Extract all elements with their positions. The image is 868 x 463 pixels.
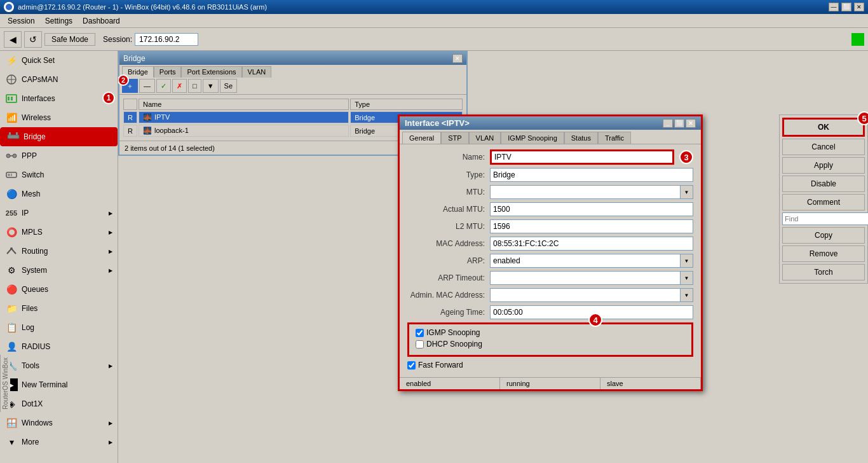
- ageing-time-label: Ageing Time:: [407, 308, 490, 317]
- sidebar-item-bridge[interactable]: Bridge: [0, 127, 118, 146]
- windows-icon: 🪟: [5, 417, 18, 429]
- tab-general[interactable]: General: [402, 132, 441, 144]
- dialog-minimize[interactable]: _: [663, 119, 673, 128]
- cancel-button[interactable]: Cancel: [782, 139, 865, 155]
- log-icon: 📋: [5, 321, 18, 334]
- admin-mac-input-group: ▼: [490, 288, 693, 302]
- sidebar-item-more[interactable]: ▾ More: [0, 432, 118, 452]
- settings-bridge-button[interactable]: Se: [220, 79, 237, 93]
- col-flag: [123, 99, 137, 110]
- copy-bridge-button[interactable]: □: [188, 79, 201, 93]
- dialog-close[interactable]: ✕: [686, 119, 696, 128]
- arp-dropdown-button[interactable]: ▼: [681, 254, 693, 268]
- badge-4: 4: [588, 313, 602, 327]
- sidebar-label-switch: Switch: [22, 170, 44, 179]
- bridge-tab-vlan[interactable]: VLAN: [242, 66, 272, 78]
- comment-button[interactable]: Comment: [782, 194, 865, 211]
- sidebar-item-capsman[interactable]: CAPsMAN: [0, 70, 118, 89]
- bridge-tab-ports[interactable]: Ports: [154, 66, 182, 78]
- window-controls[interactable]: — ⬜ ✕: [829, 3, 864, 11]
- filter-bridge-button[interactable]: ▼: [203, 79, 219, 93]
- mtu-input[interactable]: [490, 185, 681, 199]
- arp-input[interactable]: [490, 254, 681, 268]
- sidebar-item-new-terminal[interactable]: ▶ New Terminal: [0, 375, 118, 394]
- copy-button[interactable]: Copy: [782, 227, 865, 244]
- sidebar-item-mesh[interactable]: 🔵 Mesh: [0, 184, 118, 204]
- find-input[interactable]: [782, 212, 868, 225]
- sidebar-item-interfaces[interactable]: Interfaces 1: [0, 89, 118, 108]
- sidebar-item-radius[interactable]: 👤 RADIUS: [0, 337, 118, 356]
- sidebar-item-queues[interactable]: 🔴 Queues: [0, 280, 118, 299]
- sidebar-item-system[interactable]: ⚙ System: [0, 261, 118, 280]
- disable-bridge-button[interactable]: ✗: [172, 79, 187, 93]
- close-button[interactable]: ✕: [854, 3, 864, 11]
- sidebar-label-windows: Windows: [22, 418, 53, 427]
- sidebar-item-ppp[interactable]: PPP: [0, 146, 118, 165]
- dialog-restore[interactable]: ⬜: [674, 119, 684, 128]
- sidebar-item-windows[interactable]: 🪟 Windows: [0, 413, 118, 432]
- admin-mac-dropdown[interactable]: ▼: [681, 288, 693, 302]
- sidebar-item-ip[interactable]: 255 IP: [0, 204, 118, 223]
- menu-session[interactable]: Session: [3, 15, 40, 27]
- tab-vlan[interactable]: VLAN: [469, 132, 501, 144]
- ok-button[interactable]: OK: [782, 118, 865, 137]
- sidebar-item-dot1x[interactable]: ◈ Dot1X: [0, 394, 118, 413]
- torch-button[interactable]: Torch: [782, 264, 865, 280]
- bridge-tab-port-extensions[interactable]: Port Extensions: [181, 66, 241, 78]
- dialog-controls[interactable]: _ ⬜ ✕: [663, 119, 696, 128]
- actual-mtu-row: Actual MTU:: [407, 202, 693, 216]
- name-input[interactable]: [490, 149, 674, 165]
- fast-forward-checkbox[interactable]: [407, 361, 416, 370]
- admin-mac-input[interactable]: [490, 288, 681, 302]
- tab-traffic[interactable]: Traffic: [598, 132, 631, 144]
- wireless-icon: 📶: [5, 111, 18, 124]
- sidebar-item-routing[interactable]: Routing: [0, 242, 118, 261]
- dhcp-snooping-checkbox[interactable]: [416, 340, 424, 349]
- menu-dashboard[interactable]: Dashboard: [78, 15, 125, 27]
- sidebar-item-files[interactable]: 📁 Files: [0, 299, 118, 318]
- arp-timeout-dropdown[interactable]: ▼: [681, 271, 693, 285]
- restore-button[interactable]: ⬜: [841, 3, 851, 11]
- actual-mtu-label: Actual MTU:: [407, 205, 490, 214]
- sidebar-item-tools[interactable]: 🔧 Tools: [0, 356, 118, 375]
- tab-igmp-snooping[interactable]: IGMP Snooping: [501, 132, 564, 144]
- arp-input-group: ▼: [490, 254, 693, 268]
- enable-bridge-button[interactable]: ✓: [156, 79, 171, 93]
- add-bridge-button[interactable]: ＋ 2: [122, 79, 138, 93]
- bridge-close-button[interactable]: ✕: [452, 54, 463, 63]
- bridge-window-controls[interactable]: ✕: [452, 54, 463, 63]
- back-button[interactable]: ◀: [4, 31, 22, 48]
- sidebar-item-log[interactable]: 📋 Log: [0, 318, 118, 337]
- switch-icon: [5, 169, 18, 181]
- remove-bridge-button[interactable]: —: [139, 79, 155, 93]
- svg-point-0: [6, 4, 12, 10]
- toolbar: ◀ ↺ Safe Mode Session: 172.16.90.2: [0, 28, 868, 51]
- app-icon: [4, 2, 14, 12]
- actual-mtu-input: [490, 202, 693, 216]
- remove-button[interactable]: Remove: [782, 245, 865, 262]
- arp-timeout-input[interactable]: [490, 271, 681, 285]
- menu-settings[interactable]: Settings: [40, 15, 78, 27]
- mac-address-input[interactable]: [490, 237, 693, 251]
- forward-button[interactable]: ↺: [24, 31, 42, 48]
- menu-bar: Session Settings Dashboard: [0, 14, 868, 28]
- sidebar-item-wireless[interactable]: 📶 Wireless: [0, 108, 118, 127]
- disable-button[interactable]: Disable: [782, 176, 865, 192]
- sidebar-label-mpls: MPLS: [22, 228, 43, 237]
- apply-button[interactable]: Apply: [782, 157, 865, 174]
- mpls-icon: ⭕: [5, 226, 18, 238]
- igmp-snooping-checkbox[interactable]: [416, 329, 424, 337]
- sidebar-item-mpls[interactable]: ⭕ MPLS: [0, 223, 118, 242]
- content-area: Bridge ✕ Bridge Ports Port Extensions VL…: [118, 51, 868, 463]
- sidebar-label-mesh: Mesh: [22, 190, 40, 198]
- mtu-dropdown-button[interactable]: ▼: [681, 185, 693, 199]
- sidebar-item-switch[interactable]: Switch: [0, 165, 118, 184]
- sidebar-label-tools: Tools: [22, 361, 39, 370]
- safe-mode-button[interactable]: Safe Mode: [44, 33, 95, 46]
- sidebar-item-quick-set[interactable]: ⚡ Quick Set: [0, 51, 118, 70]
- session-value[interactable]: 172.16.90.2: [135, 33, 198, 46]
- minimize-button[interactable]: —: [829, 3, 839, 11]
- tab-status[interactable]: Status: [564, 132, 598, 144]
- tab-stp[interactable]: STP: [441, 132, 468, 144]
- sidebar-label-wireless: Wireless: [22, 113, 51, 122]
